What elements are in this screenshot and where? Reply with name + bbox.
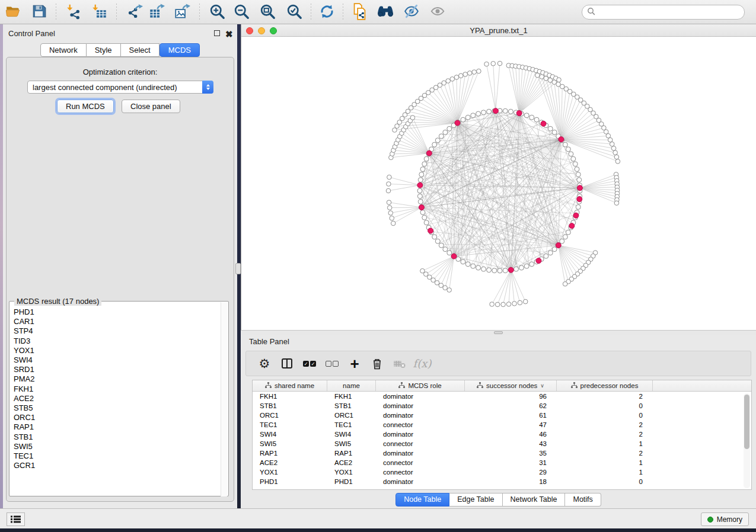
graph-node[interactable] — [439, 243, 444, 248]
mcds-graph-node[interactable] — [451, 254, 457, 259]
mcds-result-item[interactable]: GCR1 — [14, 461, 221, 470]
graph-node[interactable] — [463, 72, 468, 77]
tab-select[interactable]: Select — [121, 43, 160, 57]
graph-node[interactable] — [419, 172, 424, 177]
graph-node[interactable] — [512, 302, 517, 306]
tab-node-table[interactable]: Node Table — [395, 493, 449, 507]
mcds-result-item[interactable]: TEC1 — [14, 451, 221, 461]
zoom-selected-button[interactable] — [283, 2, 305, 23]
graph-node[interactable] — [420, 167, 425, 172]
graph-node[interactable] — [481, 110, 486, 115]
table-row[interactable]: SWI4SWI4dominator462 — [253, 430, 751, 439]
graph-node[interactable] — [443, 247, 448, 252]
graph-node[interactable] — [422, 162, 427, 166]
graph-node[interactable] — [503, 108, 508, 113]
mcds-graph-node[interactable] — [569, 223, 575, 229]
export-network-button[interactable] — [124, 2, 145, 23]
graph-node[interactable] — [435, 239, 440, 243]
show-eye-button[interactable] — [427, 2, 448, 23]
graph-node[interactable] — [477, 69, 481, 73]
task-history-button[interactable] — [7, 512, 25, 526]
mcds-result-list[interactable]: PHD1CAR1STP4TID3YOX1SWI4SRD1PMA2FKH1ACE2… — [11, 307, 221, 495]
graph-node[interactable] — [435, 138, 440, 143]
graph-node[interactable] — [490, 302, 495, 307]
graph-node[interactable] — [569, 152, 573, 156]
mcds-graph-node[interactable] — [573, 213, 579, 218]
add-row-icon[interactable]: + — [343, 358, 366, 370]
clone-network-button[interactable] — [349, 2, 370, 23]
graph-node[interactable] — [442, 81, 446, 85]
mcds-graph-node[interactable] — [455, 120, 460, 126]
graph-node[interactable] — [518, 300, 522, 305]
graph-node[interactable] — [529, 262, 534, 267]
mcds-result-item[interactable]: PHD1 — [14, 307, 221, 317]
graph-node[interactable] — [540, 75, 544, 79]
graph-node[interactable] — [566, 147, 570, 152]
zoom-out-button[interactable] — [231, 2, 252, 23]
graph-node[interactable] — [387, 175, 392, 180]
graph-node[interactable] — [461, 259, 465, 264]
memory-button[interactable]: Memory — [701, 512, 749, 526]
graph-node[interactable] — [487, 268, 492, 273]
deselect-all-icon[interactable] — [321, 361, 343, 367]
graph-node[interactable] — [465, 262, 470, 267]
graph-node[interactable] — [467, 71, 472, 76]
delete-row-icon[interactable] — [366, 358, 388, 370]
mcds-result-item[interactable]: TID3 — [14, 336, 221, 346]
node-table-body[interactable]: FKH1FKH1dominator962STB1STB1dominator620… — [253, 392, 751, 486]
graph-node[interactable] — [422, 215, 427, 220]
table-row[interactable]: YOX1YOX1connector291 — [253, 467, 751, 477]
graph-node[interactable] — [420, 268, 425, 273]
horizontal-splitter[interactable] — [241, 330, 756, 335]
mcds-graph-node[interactable] — [536, 258, 541, 264]
graph-node[interactable] — [476, 111, 481, 116]
graph-node[interactable] — [571, 156, 576, 161]
graph-node[interactable] — [495, 302, 500, 307]
mcds-list-scrollbar[interactable] — [221, 302, 228, 496]
graph-node[interactable] — [417, 194, 422, 198]
graph-node[interactable] — [544, 76, 548, 81]
mcds-graph-node[interactable] — [419, 205, 424, 210]
graph-node[interactable] — [608, 137, 613, 142]
search-input[interactable] — [595, 8, 744, 17]
import-network-button[interactable] — [63, 2, 84, 23]
close-panel-icon[interactable]: ✖ — [225, 29, 233, 40]
graph-node[interactable] — [471, 113, 476, 118]
column-header-successor-nodes[interactable]: successor nodes∨ — [465, 380, 557, 391]
refresh-button[interactable] — [316, 2, 337, 23]
mcds-result-item[interactable]: RAP1 — [14, 422, 221, 432]
graph-node[interactable] — [615, 159, 620, 164]
run-mcds-button[interactable]: Run MCDS — [57, 100, 114, 113]
graph-node[interactable] — [443, 130, 448, 134]
graph-node[interactable] — [491, 61, 496, 66]
table-row[interactable]: SWI5SWI5connector431 — [253, 439, 751, 448]
tab-network-table[interactable]: Network Table — [503, 493, 566, 507]
graph-node[interactable] — [524, 264, 529, 268]
graph-node[interactable] — [566, 230, 570, 235]
graph-node[interactable] — [472, 70, 477, 75]
graph-node[interactable] — [450, 77, 455, 82]
graph-node[interactable] — [576, 204, 580, 209]
tab-edge-table[interactable]: Edge Table — [449, 493, 502, 507]
graph-node[interactable] — [524, 113, 529, 118]
graph-node[interactable] — [548, 126, 553, 131]
graph-node[interactable] — [432, 142, 437, 147]
graph-node[interactable] — [610, 142, 614, 146]
table-scrollbar-thumb[interactable] — [744, 395, 749, 449]
horizontal-splitter-grip[interactable] — [494, 331, 503, 334]
mcds-result-item[interactable]: PMA2 — [14, 374, 221, 384]
mcds-graph-node[interactable] — [541, 121, 546, 126]
mcds-result-item[interactable]: SWI4 — [14, 355, 221, 365]
mcds-graph-node[interactable] — [556, 243, 561, 248]
graph-node[interactable] — [557, 78, 562, 82]
network-window-titlebar[interactable]: YPA_prune.txt_1 — [241, 24, 756, 37]
graph-node[interactable] — [435, 281, 439, 286]
mcds-graph-node[interactable] — [417, 182, 423, 188]
graph-node[interactable] — [563, 142, 567, 147]
graph-node[interactable] — [458, 73, 463, 78]
graph-node[interactable] — [418, 178, 423, 182]
graph-node[interactable] — [513, 267, 518, 271]
import-table-button[interactable] — [88, 2, 110, 23]
mcds-result-item[interactable]: SRD1 — [14, 365, 221, 374]
graph-node[interactable] — [387, 200, 391, 205]
